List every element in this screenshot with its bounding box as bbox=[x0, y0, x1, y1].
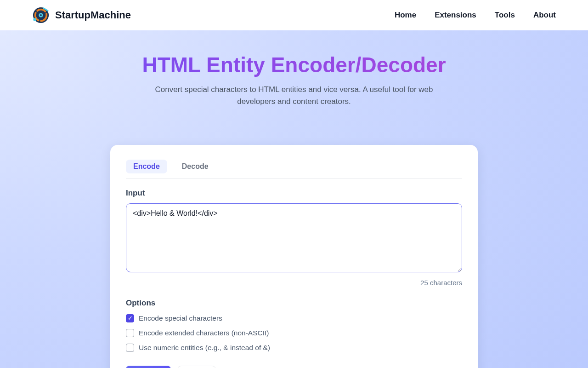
clear-button[interactable]: Clear bbox=[177, 366, 216, 368]
input-label: Input bbox=[126, 189, 462, 198]
brand[interactable]: StartupMachine bbox=[32, 6, 131, 24]
nav-about[interactable]: About bbox=[533, 11, 556, 20]
options-title: Options bbox=[126, 299, 462, 308]
checkbox-numeric-entities[interactable] bbox=[126, 344, 134, 352]
brand-name: StartupMachine bbox=[55, 9, 131, 21]
input-textarea[interactable] bbox=[126, 203, 462, 272]
nav-tools[interactable]: Tools bbox=[495, 11, 515, 20]
svg-point-4 bbox=[33, 18, 36, 21]
nav-extensions[interactable]: Extensions bbox=[435, 11, 476, 20]
header: StartupMachine Home Extensions Tools Abo… bbox=[0, 0, 588, 30]
checkbox-encode-extended[interactable] bbox=[126, 329, 134, 337]
page-subtitle: Convert special characters to HTML entit… bbox=[147, 84, 441, 108]
checkbox-encode-special[interactable] bbox=[126, 314, 134, 322]
svg-point-3 bbox=[40, 14, 42, 16]
option-encode-extended: Encode extended characters (non-ASCII) bbox=[126, 329, 462, 337]
main-nav: Home Extensions Tools About bbox=[395, 11, 556, 20]
hero-section: HTML Entity Encoder/Decoder Convert spec… bbox=[0, 30, 588, 368]
nav-home[interactable]: Home bbox=[395, 11, 416, 20]
option-label: Use numeric entities (e.g., & instead of… bbox=[139, 344, 270, 352]
tab-encode[interactable]: Encode bbox=[126, 160, 167, 173]
tab-decode[interactable]: Decode bbox=[175, 160, 216, 173]
button-row: Encode Clear bbox=[126, 366, 462, 368]
option-label: Encode special characters bbox=[139, 314, 222, 322]
tool-card: Encode Decode Input 25 characters Option… bbox=[110, 145, 478, 368]
page-title: HTML Entity Encoder/Decoder bbox=[0, 52, 588, 77]
encode-button[interactable]: Encode bbox=[126, 366, 171, 368]
tabs: Encode Decode bbox=[126, 160, 462, 178]
option-numeric-entities: Use numeric entities (e.g., & instead of… bbox=[126, 344, 462, 352]
option-label: Encode extended characters (non-ASCII) bbox=[139, 329, 269, 337]
char-count: 25 characters bbox=[126, 279, 462, 287]
options-section: Options Encode special characters Encode… bbox=[126, 299, 462, 352]
option-encode-special: Encode special characters bbox=[126, 314, 462, 322]
brand-logo-icon bbox=[32, 6, 50, 24]
